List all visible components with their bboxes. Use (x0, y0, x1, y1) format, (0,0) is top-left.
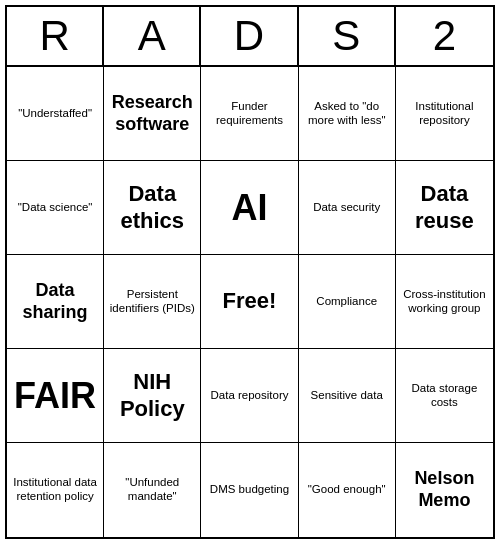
bingo-cell-2: Funder requirements (201, 67, 298, 161)
bingo-cell-5: "Data science" (7, 161, 104, 255)
bingo-cell-10: Data sharing (7, 255, 104, 349)
bingo-cell-22: DMS budgeting (201, 443, 298, 537)
bingo-cell-24: Nelson Memo (396, 443, 493, 537)
bingo-cell-6: Data ethics (104, 161, 201, 255)
bingo-cell-19: Data storage costs (396, 349, 493, 443)
bingo-cell-16: NIH Policy (104, 349, 201, 443)
bingo-cell-13: Compliance (299, 255, 396, 349)
bingo-cell-8: Data security (299, 161, 396, 255)
bingo-grid: "Understaffed"Research softwareFunder re… (7, 67, 493, 537)
bingo-cell-17: Data repository (201, 349, 298, 443)
bingo-cell-9: Data reuse (396, 161, 493, 255)
bingo-card: RADS2 "Understaffed"Research softwareFun… (5, 5, 495, 539)
bingo-cell-23: "Good enough" (299, 443, 396, 537)
header-letter: S (299, 7, 396, 65)
bingo-cell-7: AI (201, 161, 298, 255)
bingo-cell-3: Asked to "do more with less" (299, 67, 396, 161)
bingo-cell-0: "Understaffed" (7, 67, 104, 161)
bingo-cell-1: Research software (104, 67, 201, 161)
bingo-cell-18: Sensitive data (299, 349, 396, 443)
header-letter: R (7, 7, 104, 65)
bingo-cell-11: Persistent identifiers (PIDs) (104, 255, 201, 349)
header-letter: A (104, 7, 201, 65)
bingo-cell-4: Institutional repository (396, 67, 493, 161)
bingo-cell-20: Institutional data retention policy (7, 443, 104, 537)
bingo-cell-15: FAIR (7, 349, 104, 443)
bingo-header: RADS2 (7, 7, 493, 67)
bingo-cell-12: Free! (201, 255, 298, 349)
bingo-cell-14: Cross-institution working group (396, 255, 493, 349)
bingo-cell-21: "Unfunded mandate" (104, 443, 201, 537)
header-letter: D (201, 7, 298, 65)
header-letter: 2 (396, 7, 493, 65)
